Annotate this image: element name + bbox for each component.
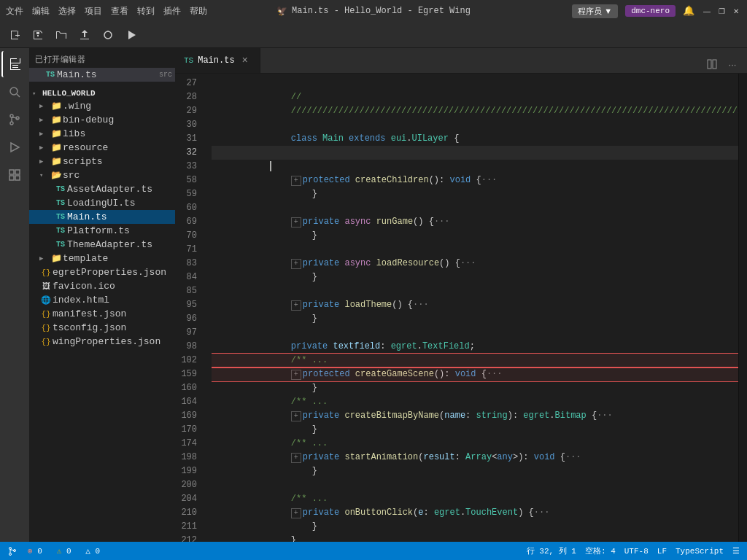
line-ending-status[interactable]: LF bbox=[657, 547, 667, 556]
svg-rect-10 bbox=[10, 58, 11, 70]
menu-file[interactable]: 文件 bbox=[6, 5, 23, 18]
svg-rect-26 bbox=[15, 176, 20, 180]
file-wing-properties[interactable]: {} wingProperties.json bbox=[29, 335, 175, 349]
code-editor[interactable]: 27 28 29 30 31 32 33 58 59 60 69 70 71 8… bbox=[175, 74, 747, 542]
project-root-title[interactable]: ▾ HELLO_WORLD bbox=[29, 88, 175, 99]
editor-tabs: TS Main.ts × ··· bbox=[175, 48, 747, 74]
git-branch-status[interactable] bbox=[7, 546, 19, 556]
more-tabs-button[interactable]: ··· bbox=[724, 55, 741, 73]
file-index-html[interactable]: 🌐 index.html bbox=[29, 293, 175, 307]
code-line-174: +private startAnimation(result: Array<an… bbox=[212, 437, 738, 451]
file-theme-adapter[interactable]: TS ThemeAdapter.ts bbox=[29, 238, 175, 252]
folder-wing[interactable]: ▶ 📁 .wing bbox=[29, 99, 175, 113]
code-line-70 bbox=[212, 229, 738, 243]
file-index-html-label: index.html bbox=[53, 295, 172, 306]
file-index-html-icon: 🌐 bbox=[39, 295, 53, 305]
folder-scripts-label: scripts bbox=[63, 156, 172, 167]
folder-libs-arrow: ▶ bbox=[39, 130, 50, 138]
code-line-102: +protected createGameScene(): void {··· bbox=[212, 354, 738, 368]
profile-button[interactable]: 程序员 ▼ bbox=[572, 4, 618, 18]
menu-project[interactable]: 项目 bbox=[85, 5, 102, 18]
file-manifest-label: manifest.json bbox=[53, 308, 172, 319]
menu-plugins[interactable]: 插件 bbox=[163, 5, 181, 18]
open-editors-title[interactable]: 已打开编辑器 bbox=[29, 51, 175, 68]
code-line-60: +private async runGame() {··· bbox=[212, 201, 738, 215]
debug-button[interactable] bbox=[98, 25, 118, 45]
run-button[interactable] bbox=[121, 25, 142, 45]
code-line-170: /** ... bbox=[212, 423, 738, 437]
folder-resource-arrow: ▶ bbox=[39, 144, 50, 152]
search-activity-icon[interactable] bbox=[1, 79, 28, 105]
folder-libs[interactable]: ▶ 📁 libs bbox=[29, 127, 175, 141]
new-file-button[interactable] bbox=[4, 25, 25, 45]
file-tsconfig[interactable]: {} tsconfig.json bbox=[29, 321, 175, 335]
errors-count[interactable]: ⊗ 0 ⚠ 0 △ 0 bbox=[28, 546, 100, 556]
open-editor-main-ts[interactable]: TS Main.ts src bbox=[29, 68, 175, 82]
file-platform-ts[interactable]: TS Platform.ts bbox=[29, 224, 175, 238]
open-folder-button[interactable] bbox=[51, 25, 71, 45]
folder-resource[interactable]: ▶ 📁 resource bbox=[29, 141, 175, 155]
git-activity-icon[interactable] bbox=[1, 106, 28, 133]
encoding-status[interactable]: UTF-8 bbox=[624, 547, 649, 556]
code-line-32 bbox=[212, 146, 738, 160]
code-content[interactable]: // /////////////////////////////////////… bbox=[212, 74, 738, 542]
file-tsconfig-icon: {} bbox=[39, 324, 53, 332]
folder-template[interactable]: ▶ 📁 template bbox=[29, 252, 175, 265]
folder-src[interactable]: ▾ 📂 src bbox=[29, 168, 175, 182]
code-line-95: } bbox=[212, 298, 738, 312]
main-layout: 已打开编辑器 TS Main.ts src ▾ HELLO_WORLD ▶ 📁 … bbox=[0, 48, 747, 542]
menu-view[interactable]: 查看 bbox=[111, 5, 128, 18]
svg-point-6 bbox=[104, 31, 112, 39]
code-line-30: class Main extends eui.UILayer { bbox=[212, 118, 738, 132]
file-egret-properties-icon: {} bbox=[39, 268, 53, 277]
tab-filename: Main.ts bbox=[198, 55, 234, 66]
file-manifest[interactable]: {} manifest.json bbox=[29, 307, 175, 321]
tab-main-ts[interactable]: TS Main.ts × bbox=[175, 48, 260, 73]
extensions-activity-icon[interactable] bbox=[1, 162, 28, 188]
folder-wing-icon: 📁 bbox=[50, 101, 63, 112]
restore-button[interactable]: ❐ bbox=[716, 6, 727, 16]
project-arrow-icon: ▾ bbox=[32, 90, 42, 98]
svg-line-17 bbox=[17, 94, 20, 97]
svg-point-16 bbox=[10, 88, 18, 95]
file-main-ts[interactable]: TS Main.ts bbox=[29, 210, 175, 224]
code-line-31 bbox=[212, 132, 738, 146]
spaces-status[interactable]: 空格: 4 bbox=[585, 545, 616, 556]
explorer-activity-icon[interactable] bbox=[1, 51, 28, 77]
warning-icon: ⚠ bbox=[57, 547, 62, 556]
settings-icon-status[interactable]: ☰ bbox=[732, 546, 740, 556]
code-line-59 bbox=[212, 187, 738, 201]
open-editor-badge: src bbox=[159, 71, 172, 79]
ts-file-icon: TS bbox=[44, 71, 57, 79]
cursor-position-status[interactable]: 行 32, 列 1 bbox=[527, 545, 576, 556]
svg-rect-15 bbox=[12, 67, 18, 68]
folder-bin-debug[interactable]: ▶ 📁 bin-debug bbox=[29, 113, 175, 127]
file-favicon[interactable]: 🖼 favicon.ico bbox=[29, 279, 175, 293]
save-button[interactable] bbox=[28, 25, 48, 45]
svg-rect-13 bbox=[10, 63, 20, 63]
menu-edit[interactable]: 编辑 bbox=[32, 5, 50, 18]
debug-activity-icon[interactable] bbox=[1, 134, 28, 160]
file-egret-properties[interactable]: {} egretProperties.json bbox=[29, 265, 175, 279]
code-line-27: // bbox=[212, 77, 738, 90]
close-button[interactable]: ✕ bbox=[731, 6, 741, 16]
split-editor-button[interactable] bbox=[703, 55, 721, 73]
minimize-button[interactable]: — bbox=[702, 6, 712, 16]
file-loading-ui[interactable]: TS LoadingUI.ts bbox=[29, 196, 175, 210]
menu-select[interactable]: 选择 bbox=[58, 5, 76, 18]
code-line-98: /** ... bbox=[212, 340, 738, 354]
tab-ts-icon: TS bbox=[184, 56, 193, 65]
file-asset-adapter[interactable]: TS AssetAdapter.ts bbox=[29, 182, 175, 196]
menu-help[interactable]: 帮助 bbox=[190, 5, 207, 18]
svg-rect-9 bbox=[10, 58, 17, 59]
export-button[interactable] bbox=[74, 25, 95, 45]
file-wing-properties-icon: {} bbox=[39, 338, 53, 346]
folder-wing-label: .wing bbox=[63, 101, 172, 112]
triangle-count-value: 0 bbox=[96, 547, 101, 556]
language-status[interactable]: TypeScript bbox=[676, 547, 724, 556]
tab-close-button[interactable]: × bbox=[239, 55, 251, 66]
notification-icon[interactable]: 🔔 bbox=[683, 5, 694, 17]
file-egret-properties-label: egretProperties.json bbox=[53, 267, 172, 278]
folder-scripts[interactable]: ▶ 📁 scripts bbox=[29, 155, 175, 168]
menu-goto[interactable]: 转到 bbox=[137, 5, 155, 18]
